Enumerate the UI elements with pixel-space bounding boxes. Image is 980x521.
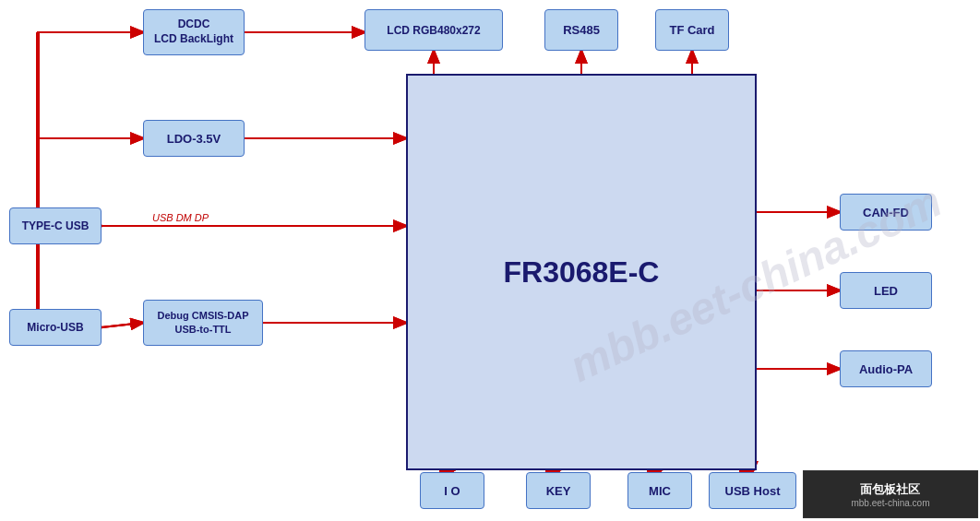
micro-usb-label: Micro-USB — [27, 321, 83, 334]
led-block: LED — [840, 272, 932, 309]
debug-block: Debug CMSIS-DAP USB-to-TTL — [143, 300, 263, 346]
dcdc-label: DCDC LCD BackLight — [154, 18, 233, 46]
logo-icon: 面 包 板 社 — [804, 471, 980, 521]
svg-line-68 — [102, 323, 143, 327]
usb-host-block: USB Host — [709, 472, 796, 509]
micro-usb-block: Micro-USB — [9, 309, 102, 346]
tfcard-label: TF Card — [669, 23, 714, 37]
io-block: I O — [420, 472, 484, 509]
debug-label: Debug CMSIS-DAP USB-to-TTL — [158, 309, 249, 337]
mic-block: MIC — [627, 472, 692, 509]
ldo-block: LDO-3.5V — [143, 120, 245, 157]
logo-box: 面 包 板 社 面包板社区 mbb.eet-china.com — [803, 470, 978, 518]
diagram-container: FR3068E-C DCDC LCD BackLight LDO-3.5V TY… — [0, 0, 980, 521]
can-fd-label: CAN-FD — [863, 206, 909, 219]
mic-label: MIC — [649, 484, 671, 498]
led-label: LED — [874, 284, 898, 298]
usb-label: USB DM DP — [152, 212, 209, 223]
main-chip-label: FR3068E-C — [504, 255, 660, 290]
lcd-label: LCD RGB480x272 — [387, 24, 480, 37]
key-label: KEY — [546, 484, 571, 498]
type-c-block: TYPE-C USB — [9, 207, 102, 244]
key-block: KEY — [526, 472, 591, 509]
rs485-label: RS485 — [563, 23, 600, 37]
lcd-block: LCD RGB480x272 — [365, 9, 503, 51]
can-fd-block: CAN-FD — [840, 194, 932, 231]
audio-pa-label: Audio-PA — [859, 362, 913, 376]
io-label: I O — [444, 484, 460, 498]
usb-host-label: USB Host — [725, 484, 781, 498]
dcdc-block: DCDC LCD BackLight — [143, 9, 245, 55]
main-chip-block: FR3068E-C — [406, 74, 757, 470]
tfcard-block: TF Card — [655, 9, 729, 51]
ldo-label: LDO-3.5V — [167, 132, 221, 146]
rs485-block: RS485 — [544, 9, 618, 51]
type-c-label: TYPE-C USB — [22, 219, 90, 232]
audio-pa-block: Audio-PA — [840, 350, 932, 387]
